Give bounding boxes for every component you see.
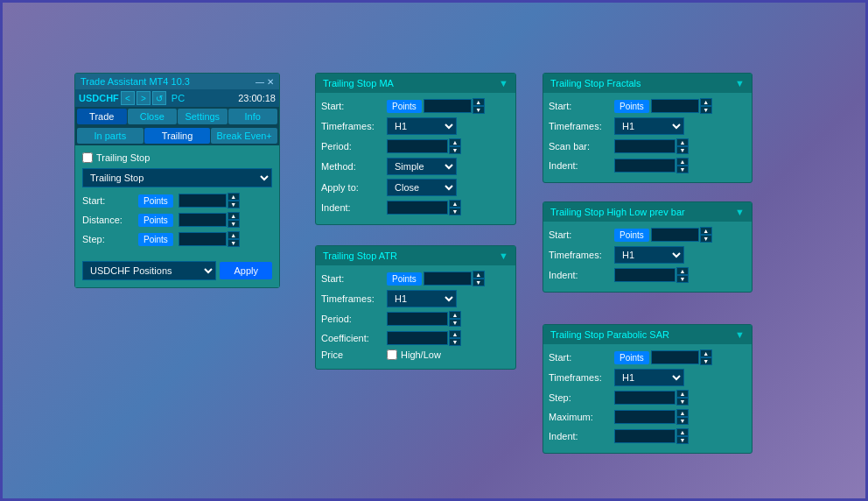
subtab-breakeven[interactable]: Break Even+ xyxy=(211,128,277,144)
ta-distance-down[interactable]: ▼ xyxy=(228,220,240,228)
sar-start-points-btn[interactable]: Points xyxy=(614,351,649,364)
hl-start-up[interactable]: ▲ xyxy=(700,227,712,235)
ta-nav-refresh[interactable]: ↺ xyxy=(152,91,166,105)
trailing-fractals-arrow[interactable]: ▼ xyxy=(735,78,745,88)
ta-step-up[interactable]: ▲ xyxy=(228,231,240,239)
trailing-stop-select[interactable]: Trailing Stop xyxy=(82,168,272,187)
ta-close-btn[interactable]: ✕ xyxy=(267,77,274,87)
frac-scanbar-down[interactable]: ▼ xyxy=(676,146,689,154)
sar-start-down[interactable]: ▼ xyxy=(700,357,712,365)
ma-indent-down[interactable]: ▼ xyxy=(449,208,461,215)
sar-tf-select[interactable]: H1 xyxy=(614,369,684,386)
atr-coef-up[interactable]: ▲ xyxy=(449,330,461,338)
atr-start-down[interactable]: ▼ xyxy=(472,279,485,286)
atr-coef-down[interactable]: ▼ xyxy=(449,338,461,346)
ma-tf-select[interactable]: H1 xyxy=(387,117,457,135)
hl-start-points-btn[interactable]: Points xyxy=(614,229,649,242)
sar-max-input[interactable]: 0.2 xyxy=(614,410,676,424)
atr-tf-select[interactable]: H1 xyxy=(387,290,457,307)
subtab-trailing[interactable]: Trailing xyxy=(144,128,211,144)
frac-scanbar-input[interactable]: 5 xyxy=(614,139,676,153)
atr-start-input[interactable]: 0 xyxy=(424,272,472,286)
atr-price-row: Price High/Low xyxy=(321,349,510,360)
frac-indent-up[interactable]: ▲ xyxy=(676,158,689,166)
sar-indent-down[interactable]: ▼ xyxy=(676,436,689,444)
ta-minimize-btn[interactable]: — xyxy=(256,77,264,87)
frac-start-up[interactable]: ▲ xyxy=(700,98,712,106)
ma-applyto-select[interactable]: Close xyxy=(387,179,457,196)
frac-indent-spinner: 0 ▲ ▼ xyxy=(614,158,689,173)
tab-trade[interactable]: Trade xyxy=(77,109,127,124)
ta-step-points-btn[interactable]: Points xyxy=(138,233,173,246)
ta-nav-forward[interactable]: > xyxy=(136,91,150,105)
atr-period-input[interactable]: 14 xyxy=(387,312,448,326)
hl-tf-row: Timeframes: H1 xyxy=(549,246,746,264)
tab-info[interactable]: Info xyxy=(228,109,278,124)
ta-distance-input[interactable]: 200 xyxy=(178,213,227,227)
atr-period-down[interactable]: ▼ xyxy=(449,319,461,327)
ma-method-select[interactable]: Simple xyxy=(387,158,457,175)
sar-step-input[interactable]: 0.02 xyxy=(614,391,676,405)
frac-scanbar-up[interactable]: ▲ xyxy=(676,138,689,146)
frac-indent-input[interactable]: 0 xyxy=(614,159,676,173)
trailing-hl-panel: Trailing Stop High Low prev bar ▼ Start:… xyxy=(542,201,752,293)
subtab-inparts[interactable]: In parts xyxy=(77,128,144,144)
frac-scanbar-spinbtns: ▲ ▼ xyxy=(676,138,689,154)
hl-start-input[interactable]: 0 xyxy=(651,228,699,242)
frac-start-label: Start: xyxy=(549,101,614,111)
trailing-hl-arrow[interactable]: ▼ xyxy=(735,207,745,217)
ta-positions-select[interactable]: USDCHF Positions xyxy=(82,261,216,280)
trailing-stop-checkbox[interactable] xyxy=(82,152,93,163)
ta-step-down[interactable]: ▼ xyxy=(228,239,240,247)
sar-indent-up[interactable]: ▲ xyxy=(676,428,689,436)
atr-period-spinner: 14 ▲ ▼ xyxy=(387,311,461,327)
frac-indent-down[interactable]: ▼ xyxy=(676,166,689,173)
hl-indent-up[interactable]: ▲ xyxy=(676,267,689,275)
frac-start-points-btn[interactable]: Points xyxy=(614,100,649,113)
trailing-sar-arrow[interactable]: ▼ xyxy=(735,329,745,340)
ta-start-up[interactable]: ▲ xyxy=(228,193,240,201)
sar-start-up[interactable]: ▲ xyxy=(700,349,712,357)
hl-tf-select[interactable]: H1 xyxy=(614,246,684,264)
hl-indent-input[interactable]: 0 xyxy=(614,268,676,282)
ta-nav-bar: USDCHF < > ↺ PC 23:00:18 xyxy=(75,89,279,107)
ma-period-down[interactable]: ▼ xyxy=(449,146,461,154)
sar-start-input[interactable]: 0 xyxy=(651,350,699,364)
sar-max-up[interactable]: ▲ xyxy=(676,409,689,417)
tab-settings[interactable]: Settings xyxy=(178,109,228,124)
frac-start-down[interactable]: ▼ xyxy=(700,106,712,114)
tab-close[interactable]: Close xyxy=(128,109,178,124)
ta-start-input[interactable]: 0 xyxy=(178,194,227,208)
atr-start-up[interactable]: ▲ xyxy=(472,271,485,279)
ta-start-points-btn[interactable]: Points xyxy=(138,194,173,208)
ma-start-input[interactable]: 0 xyxy=(424,99,472,113)
hl-start-down[interactable]: ▼ xyxy=(700,235,712,243)
ta-tab-bar: Trade Close Settings Info xyxy=(75,107,279,126)
sar-indent-input[interactable]: 0 xyxy=(614,429,676,443)
ta-start-down[interactable]: ▼ xyxy=(228,201,240,208)
trailing-ma-arrow[interactable]: ▼ xyxy=(499,78,508,88)
ta-distance-up[interactable]: ▲ xyxy=(228,212,240,220)
frac-start-input[interactable]: 0 xyxy=(651,99,699,113)
atr-coef-input[interactable]: 3.00 xyxy=(387,331,448,345)
trailing-atr-arrow[interactable]: ▼ xyxy=(499,250,508,261)
ma-period-up[interactable]: ▲ xyxy=(449,138,461,146)
ta-distance-points-btn[interactable]: Points xyxy=(138,214,173,227)
hl-indent-down[interactable]: ▼ xyxy=(676,275,689,283)
ta-apply-button[interactable]: Apply xyxy=(220,262,272,279)
sar-step-up[interactable]: ▲ xyxy=(676,390,689,398)
ma-start-up[interactable]: ▲ xyxy=(472,98,485,106)
ma-start-points-btn[interactable]: Points xyxy=(387,100,422,113)
ma-indent-input[interactable]: 0 xyxy=(387,201,448,215)
ma-period-input[interactable]: 14 xyxy=(387,139,448,153)
atr-period-up[interactable]: ▲ xyxy=(449,311,461,319)
frac-tf-select[interactable]: H1 xyxy=(614,117,684,135)
ma-indent-up[interactable]: ▲ xyxy=(449,200,461,208)
atr-price-checkbox[interactable] xyxy=(387,349,397,360)
ta-step-input[interactable]: 1 xyxy=(178,232,227,246)
atr-start-points-btn[interactable]: Points xyxy=(387,272,422,286)
ta-nav-back[interactable]: < xyxy=(121,91,135,105)
sar-max-down[interactable]: ▼ xyxy=(676,417,689,425)
ma-start-down[interactable]: ▼ xyxy=(472,106,485,114)
sar-step-down[interactable]: ▼ xyxy=(676,398,689,406)
